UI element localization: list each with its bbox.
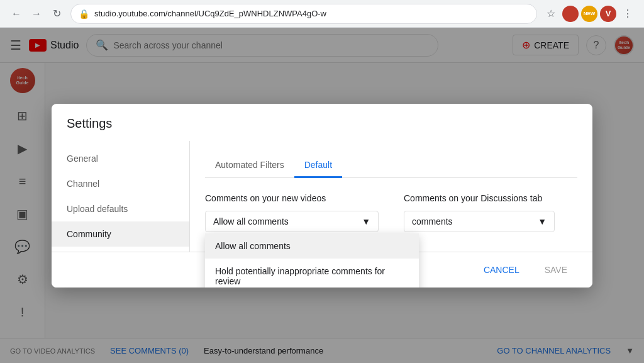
new-videos-title: Comments on your new videos: [205, 193, 379, 203]
back-button[interactable]: ←: [8, 5, 25, 23]
settings-nav: General Channel Upload defaults Communit…: [52, 141, 190, 252]
settings-nav-channel[interactable]: Channel: [52, 171, 189, 196]
settings-content: Automated Filters Default Comments on yo…: [190, 141, 592, 252]
tab-automated-filters[interactable]: Automated Filters: [205, 154, 294, 178]
new-videos-dropdown-wrapper: Allow all comments ▼ Allow all comments …: [205, 211, 379, 232]
more-options-button[interactable]: ⋮: [619, 5, 636, 23]
settings-modal: Settings General Channel Upload defaults…: [52, 104, 592, 288]
browser-profile-red[interactable]: [562, 6, 579, 22]
new-badge: NEW: [584, 11, 596, 16]
new-videos-dropdown-menu: Allow all comments Hold potentially inap…: [205, 233, 419, 288]
browser-profile-new[interactable]: NEW: [581, 6, 597, 22]
dropdown-chevron-icon: ▼: [362, 216, 370, 226]
discussions-dropdown[interactable]: comments ▼: [404, 211, 555, 232]
comments-section: Comments on your new videos Allow all co…: [205, 193, 577, 239]
discussions-dropdown-value: comments: [412, 216, 453, 226]
modal-body: General Channel Upload defaults Communit…: [52, 141, 592, 252]
discussions-column: Comments on your Discussions tab comment…: [404, 193, 577, 239]
dropdown-selected-value: Allow all comments: [213, 216, 289, 226]
new-videos-column: Comments on your new videos Allow all co…: [205, 193, 379, 239]
address-bar[interactable]: 🔒 studio.youtube.com/channel/UCq9ZdE_pWN…: [70, 4, 537, 24]
browser-user-avatar[interactable]: V: [600, 6, 616, 22]
discussions-title: Comments on your Discussions tab: [404, 193, 577, 203]
settings-tabs: Automated Filters Default: [205, 154, 577, 178]
save-button[interactable]: SAVE: [535, 260, 577, 280]
forward-button[interactable]: →: [28, 5, 45, 23]
nav-buttons: ← → ↻: [8, 5, 65, 23]
discussions-chevron-icon: ▼: [538, 216, 547, 226]
youtube-studio-background: ☰ Studio 🔍 ⊕ CREATE ? itechGuide itechGu…: [0, 28, 644, 363]
tab-default[interactable]: Default: [294, 154, 342, 178]
bookmark-button[interactable]: ☆: [542, 5, 560, 23]
dropdown-option-allow-all[interactable]: Allow all comments: [205, 233, 419, 259]
reload-button[interactable]: ↻: [48, 5, 65, 23]
settings-nav-community[interactable]: Community: [52, 221, 189, 247]
settings-nav-general[interactable]: General: [52, 146, 189, 171]
settings-modal-title: Settings: [52, 104, 592, 141]
lock-icon: 🔒: [79, 9, 89, 19]
cancel-button[interactable]: CANCEL: [474, 260, 530, 280]
dropdown-option-hold-potentially[interactable]: Hold potentially inappropriate comments …: [205, 259, 419, 288]
new-videos-dropdown[interactable]: Allow all comments ▼: [205, 211, 379, 232]
modal-overlay: Settings General Channel Upload defaults…: [0, 28, 644, 363]
url-text: studio.youtube.com/channel/UCq9ZdE_pWNHD…: [94, 9, 529, 18]
browser-actions: ☆ NEW V ⋮: [542, 5, 636, 23]
settings-nav-upload-defaults[interactable]: Upload defaults: [52, 196, 189, 221]
browser-chrome: ← → ↻ 🔒 studio.youtube.com/channel/UCq9Z…: [0, 0, 644, 28]
